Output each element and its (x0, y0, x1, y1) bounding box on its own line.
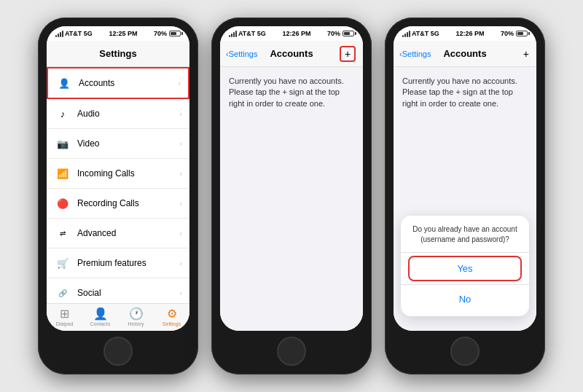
settings-item-incoming[interactable]: 📶 Incoming Calls › (47, 159, 189, 189)
status-left-1: AT&T 5G (55, 30, 93, 37)
tab-settings-label: Settings (163, 321, 181, 326)
battery-icon-3 (516, 31, 528, 36)
signal-bars-2 (229, 31, 237, 37)
dialog-message: Do you already have an account (username… (401, 216, 529, 251)
signal-bars-3 (402, 31, 410, 37)
premium-chevron: › (179, 259, 182, 267)
nav-bar-2: ‹ Settings Accounts + (220, 41, 363, 67)
battery-pct-1: 70% (154, 30, 167, 37)
tab-dialpad-label: Dialpad (56, 321, 74, 326)
status-right-2: 70% (327, 30, 354, 37)
signal-bar-3 (60, 32, 61, 37)
phone-1: AT&T 5G 12:25 PM 70% Settings 👤 Accounts… (38, 17, 198, 375)
nav-bar-1: Settings (47, 41, 189, 67)
tab-bar-1: ⊞ Dialpad 👤 Contacts 🕐 History ⚙ Setting… (47, 303, 189, 331)
carrier-3: AT&T 5G (412, 30, 439, 37)
video-icon: 📷 (54, 135, 71, 152)
carrier-2: AT&T 5G (238, 30, 266, 37)
status-bar-1: AT&T 5G 12:25 PM 70% (47, 26, 189, 41)
back-button-3[interactable]: ‹ Settings (399, 50, 431, 58)
battery-pct-2: 70% (327, 30, 340, 37)
time-3: 12:26 PM (455, 30, 484, 37)
phone-1-screen: AT&T 5G 12:25 PM 70% Settings 👤 Accounts… (47, 26, 189, 331)
home-button-3[interactable] (450, 337, 480, 366)
add-account-button-3[interactable]: + (523, 48, 529, 60)
time-1: 12:25 PM (109, 30, 137, 37)
history-icon: 🕐 (129, 307, 144, 321)
incoming-label: Incoming Calls (77, 168, 179, 179)
home-button-1[interactable] (103, 337, 133, 366)
contacts-icon: 👤 (93, 307, 108, 321)
signal-bar-2 (58, 34, 59, 37)
settings-item-advanced[interactable]: ⇌ Advanced › (47, 219, 189, 248)
settings-item-audio[interactable]: ♪ Audio › (47, 99, 189, 129)
status-right-3: 70% (501, 30, 528, 37)
status-bar-3: AT&T 5G 12:26 PM 70% (394, 26, 536, 41)
video-chevron: › (179, 139, 182, 148)
phone-3: AT&T 5G 12:26 PM 70% ‹ Settings Accounts… (385, 17, 545, 375)
dialog-overlay: Currently you have no accounts. Please t… (394, 67, 536, 331)
battery-pct-3: 70% (501, 30, 514, 37)
accounts-chevron: › (178, 79, 181, 87)
phone-2: AT&T 5G 12:26 PM 70% ‹ Settings Accounts… (211, 17, 372, 375)
time-2: 12:26 PM (282, 30, 310, 37)
signal-bar-1 (55, 35, 57, 37)
tab-history-label: History (128, 321, 144, 326)
incoming-icon: 📶 (54, 165, 71, 182)
back-button-2[interactable]: ‹ Settings (226, 50, 257, 58)
dialpad-icon: ⊞ (60, 307, 69, 321)
status-left-3: AT&T 5G (402, 30, 439, 37)
social-label: Social (77, 288, 179, 298)
battery-icon-1 (169, 31, 181, 36)
phones-container: AT&T 5G 12:25 PM 70% Settings 👤 Accounts… (23, 3, 560, 389)
status-bar-2: AT&T 5G 12:26 PM 70% (220, 26, 363, 41)
tab-history[interactable]: 🕐 History (118, 307, 154, 326)
recording-label: Recording Calls (77, 198, 179, 208)
tab-contacts-label: Contacts (90, 321, 111, 326)
nav-title-1: Settings (99, 48, 136, 59)
settings-tab-icon: ⚙ (167, 307, 177, 321)
social-icon: 🔗 (54, 284, 71, 302)
home-button-2[interactable] (277, 337, 306, 366)
social-chevron: › (179, 289, 182, 297)
signal-bar-4 (62, 31, 63, 37)
settings-item-accounts[interactable]: 👤 Accounts › (47, 67, 189, 99)
battery-icon-2 (343, 31, 354, 36)
carrier-1: AT&T 5G (65, 30, 93, 37)
dialog-divider-2 (401, 284, 529, 285)
advanced-label: Advanced (77, 228, 179, 238)
account-dialog: Do you already have an account (username… (401, 216, 529, 316)
advanced-chevron: › (179, 229, 182, 238)
premium-label: Premium features (77, 258, 179, 268)
signal-bars-1 (55, 31, 63, 37)
tab-contacts[interactable]: 👤 Contacts (82, 307, 118, 326)
phone-2-screen: AT&T 5G 12:26 PM 70% ‹ Settings Accounts… (220, 26, 363, 331)
settings-item-video[interactable]: 📷 Video › (47, 129, 189, 159)
settings-list: 👤 Accounts › ♪ Audio › 📷 Video › 📶 Incom… (47, 67, 189, 303)
nav-bar-3: ‹ Settings Accounts + (394, 41, 536, 67)
nav-title-2: Accounts (270, 48, 313, 59)
tab-dialpad[interactable]: ⊞ Dialpad (47, 307, 82, 326)
recording-icon: 🔴 (54, 195, 71, 212)
incoming-chevron: › (179, 169, 182, 178)
tab-settings[interactable]: ⚙ Settings (154, 307, 189, 326)
dialog-yes-button[interactable]: Yes (408, 256, 522, 281)
settings-item-social[interactable]: 🔗 Social › (47, 278, 189, 303)
add-account-button[interactable]: + (340, 46, 356, 62)
dialog-divider (401, 252, 529, 253)
accounts-icon: 👤 (55, 74, 73, 92)
video-label: Video (77, 138, 179, 149)
audio-icon: ♪ (54, 105, 71, 122)
accounts-label: Accounts (79, 78, 178, 88)
audio-label: Audio (77, 109, 179, 119)
nav-title-3: Accounts (443, 48, 486, 59)
dialog-no-button[interactable]: No (408, 288, 522, 310)
premium-icon: 🛒 (54, 254, 71, 272)
accounts-empty-message-2: Currently you have no accounts. Please t… (220, 67, 363, 331)
recording-chevron: › (179, 199, 182, 208)
phone-3-screen: AT&T 5G 12:26 PM 70% ‹ Settings Accounts… (394, 26, 536, 331)
status-left-2: AT&T 5G (229, 30, 266, 37)
audio-chevron: › (179, 109, 182, 118)
settings-item-premium[interactable]: 🛒 Premium features › (47, 248, 189, 278)
settings-item-recording[interactable]: 🔴 Recording Calls › (47, 189, 189, 219)
